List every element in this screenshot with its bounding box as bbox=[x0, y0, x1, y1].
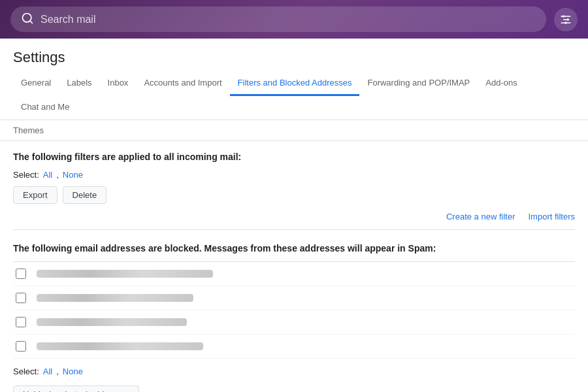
create-new-filter-link[interactable]: Create a new filter bbox=[446, 212, 515, 221]
settings-container: Settings General Labels Inbox Accounts a… bbox=[0, 39, 588, 392]
filters-btn-group: Export Delete bbox=[13, 186, 575, 204]
settings-title: Settings bbox=[0, 39, 588, 71]
filters-heading: The following filters are applied to all… bbox=[13, 152, 575, 162]
search-bar[interactable] bbox=[10, 7, 546, 32]
blocked-select-label: Select: bbox=[13, 367, 39, 376]
svg-point-6 bbox=[567, 18, 569, 20]
blocked-item bbox=[13, 335, 575, 359]
tab-chat-meet[interactable]: Chat and Me bbox=[13, 95, 77, 120]
blocked-select-all[interactable]: All bbox=[43, 367, 52, 376]
blocked-checkbox-1[interactable] bbox=[16, 269, 26, 279]
blocked-item bbox=[13, 310, 575, 335]
tab-add-ons[interactable]: Add-ons bbox=[478, 71, 525, 96]
filters-select-none[interactable]: None bbox=[63, 170, 83, 180]
filter-settings-button[interactable] bbox=[554, 8, 578, 31]
blocked-select-none[interactable]: None bbox=[63, 367, 83, 376]
tab-inbox[interactable]: Inbox bbox=[100, 71, 137, 96]
blocked-item bbox=[13, 262, 575, 286]
tab-forwarding-pop[interactable]: Forwarding and POP/IMAP bbox=[359, 71, 478, 96]
filter-actions: Create a new filter Import filters bbox=[13, 212, 575, 230]
themes-label: Themes bbox=[13, 125, 44, 135]
svg-point-5 bbox=[563, 15, 564, 17]
delete-button[interactable]: Delete bbox=[63, 186, 107, 204]
tab-labels[interactable]: Labels bbox=[59, 71, 99, 96]
blocked-email-2 bbox=[37, 294, 193, 302]
svg-line-1 bbox=[30, 21, 33, 24]
import-filters-link[interactable]: Import filters bbox=[528, 212, 575, 221]
settings-tabs: General Labels Inbox Accounts and Import… bbox=[0, 71, 588, 120]
search-input[interactable] bbox=[41, 14, 536, 25]
tab-filters-blocked[interactable]: Filters and Blocked Addresses bbox=[230, 71, 360, 96]
blocked-email-4 bbox=[37, 342, 203, 350]
unblock-button[interactable]: Unblock selected addresses bbox=[13, 385, 139, 392]
blocked-list bbox=[13, 261, 575, 359]
blocked-checkbox-4[interactable] bbox=[16, 341, 26, 351]
app-header bbox=[0, 0, 588, 39]
tab-accounts-import[interactable]: Accounts and Import bbox=[136, 71, 229, 96]
main-content: The following filters are applied to all… bbox=[0, 141, 588, 392]
blocked-checkbox-2[interactable] bbox=[16, 293, 26, 303]
blocked-email-1 bbox=[37, 270, 213, 278]
tab-general[interactable]: General bbox=[13, 71, 59, 96]
themes-row[interactable]: Themes bbox=[0, 120, 588, 141]
filters-select-row: Select: All, None bbox=[13, 170, 575, 180]
export-button[interactable]: Export bbox=[13, 186, 57, 204]
blocked-select-row: Select: All, None bbox=[13, 367, 575, 376]
blocked-heading: The following email addresses are blocke… bbox=[13, 243, 575, 253]
filters-select-label: Select: bbox=[13, 170, 39, 180]
filters-select-all[interactable]: All bbox=[43, 170, 52, 180]
blocked-select-section: Select: All, None Unblock selected addre… bbox=[13, 367, 575, 392]
blocked-checkbox-3[interactable] bbox=[16, 317, 26, 327]
svg-point-8 bbox=[564, 22, 566, 24]
blocked-item bbox=[13, 286, 575, 310]
blocked-email-3 bbox=[37, 318, 187, 326]
search-icon bbox=[21, 12, 34, 27]
